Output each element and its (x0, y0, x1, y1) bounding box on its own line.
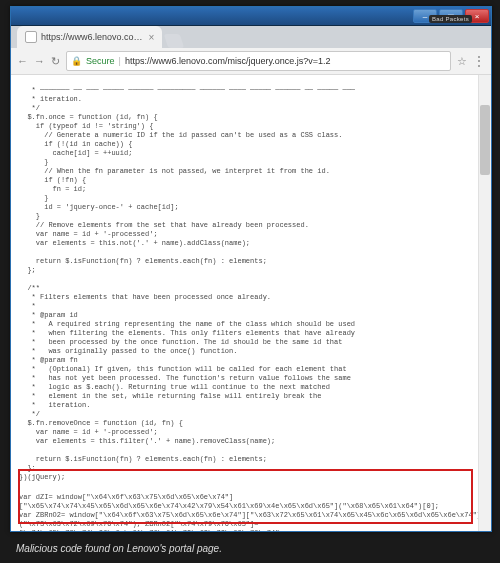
vertical-scrollbar[interactable] (478, 75, 491, 531)
url-text: https://www6.lenovo.com/misc/jquery.once… (125, 56, 331, 66)
secure-label: Secure (86, 56, 115, 66)
forward-button[interactable]: → (34, 56, 45, 67)
lock-icon: 🔒 (71, 56, 82, 66)
reload-button[interactable]: ↻ (51, 56, 60, 67)
window-titlebar: – □ × (11, 7, 491, 26)
app-frame: – □ × Bad Packets https://www6.lenovo.co… (0, 0, 500, 563)
code-block-bottom: var dZI= window["\x64\x6f\x63\x75\x6d\x6… (11, 493, 491, 531)
address-bar[interactable]: 🔒 Secure | https://www6.lenovo.com/misc/… (66, 51, 451, 71)
figure-caption: Malicious code found on Lenovo's portal … (10, 537, 490, 559)
chrome-menu-icon[interactable]: ⋮ (473, 54, 485, 68)
page-viewport: * ─────── ── ─── ───── ────── ───────── … (11, 75, 491, 531)
browser-window: – □ × Bad Packets https://www6.lenovo.co… (10, 6, 492, 532)
separator: | (119, 56, 121, 66)
new-tab-button[interactable] (164, 34, 185, 48)
tab-favicon-icon (25, 31, 37, 43)
bookmark-star-icon[interactable]: ☆ (457, 55, 467, 68)
toolbar: ← → ↻ 🔒 Secure | https://www6.lenovo.com… (11, 48, 491, 75)
tab-title: https://www6.lenovo.co… (41, 32, 143, 42)
code-block-top: * ─────── ── ─── ───── ────── ───────── … (11, 82, 491, 486)
scrollbar-thumb[interactable] (480, 105, 490, 175)
watermark-badge: Bad Packets (429, 15, 472, 23)
browser-tab[interactable]: https://www6.lenovo.co… × (17, 26, 162, 48)
tab-close-icon[interactable]: × (149, 32, 155, 43)
tab-strip: https://www6.lenovo.co… × (11, 26, 491, 48)
back-button[interactable]: ← (17, 56, 28, 67)
